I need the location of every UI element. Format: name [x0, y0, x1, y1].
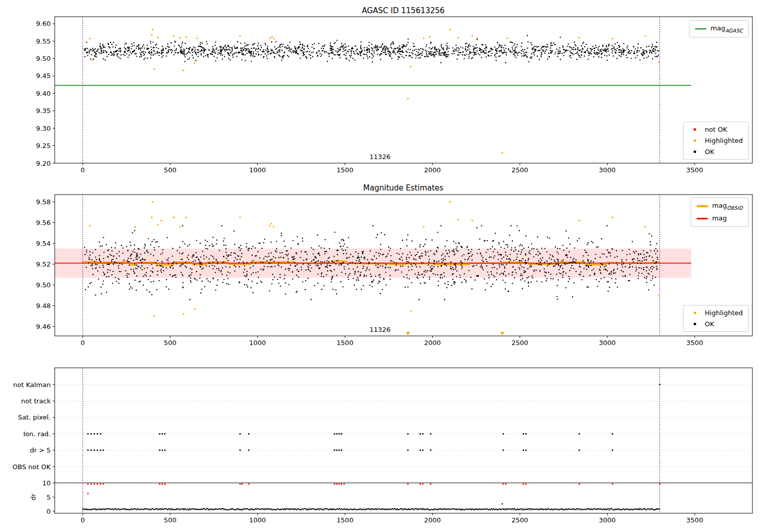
svg-text:9.30: 9.30	[36, 125, 51, 132]
svg-text:10: 10	[42, 479, 51, 487]
dr5-points	[87, 449, 613, 451]
svg-text:3500: 3500	[687, 166, 703, 174]
svg-text:1500: 1500	[336, 166, 353, 174]
svg-text:not track: not track	[21, 397, 51, 405]
legend-label: magAGASC	[711, 24, 743, 33]
svg-text:Ion. rad.: Ion. rad.	[23, 430, 51, 438]
plot1-line-legend: magAGASC	[689, 20, 749, 37]
svg-text:9.35: 9.35	[36, 107, 51, 115]
svg-text:0: 0	[81, 516, 85, 524]
legend-label: Highlighted	[705, 137, 743, 144]
plot1-title: AGASC ID 115613256	[362, 6, 444, 15]
x-axis-ticks: 0500100015002000250030003500	[81, 513, 703, 524]
svg-text:OBS not OK: OBS not OK	[13, 463, 51, 471]
svg-text:9.48: 9.48	[36, 302, 51, 310]
svg-text:2500: 2500	[511, 339, 528, 347]
mag-line-swatch	[697, 218, 708, 219]
svg-text:1000: 1000	[249, 339, 266, 347]
plot1-point-legend: not OK Highlighted OK	[683, 122, 749, 160]
svg-text:2000: 2000	[424, 166, 441, 174]
svg-text:3000: 3000	[599, 516, 616, 524]
dr-axis-label: dr	[29, 493, 37, 501]
plot2-offscale-triangles	[406, 332, 504, 335]
svg-text:2000: 2000	[424, 516, 441, 524]
plot1-ok-points	[84, 35, 660, 63]
svg-text:2500: 2500	[511, 166, 528, 174]
svg-text:3500: 3500	[687, 339, 703, 347]
svg-text:9.20: 9.20	[36, 160, 51, 167]
plot1-obsid-annotation: 11326	[369, 153, 390, 161]
legend-entry-mag: mag	[697, 214, 743, 223]
svg-text:9.46: 9.46	[36, 323, 51, 330]
highlighted-dot-icon	[694, 139, 696, 142]
dr-clipped-red-points	[87, 483, 661, 494]
svg-text:9.25: 9.25	[36, 142, 51, 149]
plot1-frame	[55, 17, 752, 163]
ion-rad-points	[87, 433, 613, 435]
legend-label: OK	[705, 320, 714, 328]
svg-text:3500: 3500	[687, 516, 703, 524]
figure-page: 05001000150020002500300035009.209.259.30…	[0, 0, 760, 532]
svg-text:1500: 1500	[336, 339, 353, 347]
legend-entry-not-ok: not OK	[689, 126, 743, 133]
plot3-frame	[55, 368, 752, 513]
legend-entry-mag-agasc: magAGASC	[695, 24, 743, 33]
svg-text:not Kalman: not Kalman	[13, 381, 51, 389]
svg-text:3000: 3000	[599, 166, 616, 174]
svg-text:5: 5	[47, 493, 51, 501]
y-axis-ticks: 9.209.259.309.359.409.459.509.559.60	[36, 20, 55, 167]
svg-text:0: 0	[47, 508, 51, 515]
plot2-obsid-annotation: 11326	[369, 326, 390, 333]
svg-text:500: 500	[164, 516, 176, 524]
svg-text:0: 0	[81, 339, 85, 347]
svg-text:500: 500	[164, 166, 176, 174]
mag-agasc-line-swatch	[695, 28, 706, 30]
plot2-line-legend: magOBSID mag	[691, 198, 749, 227]
plot2-point-legend: Highlighted OK	[683, 305, 749, 332]
highlighted-dot-icon	[694, 312, 696, 314]
svg-text:9.56: 9.56	[36, 219, 51, 226]
legend-entry-highlighted: Highlighted	[689, 309, 743, 317]
legend-label: mag	[712, 214, 727, 223]
svg-text:0: 0	[81, 166, 85, 174]
legend-entry-highlighted: Highlighted	[689, 137, 743, 144]
svg-text:500: 500	[164, 339, 176, 347]
svg-text:9.60: 9.60	[36, 20, 51, 27]
svg-text:1000: 1000	[249, 166, 266, 174]
svg-text:9.52: 9.52	[36, 260, 51, 268]
svg-text:9.50: 9.50	[36, 281, 51, 289]
x-axis-ticks: 0500100015002000250030003500	[81, 336, 703, 347]
svg-text:9.50: 9.50	[36, 55, 51, 62]
not-ok-dot-icon	[694, 128, 696, 131]
svg-text:1500: 1500	[336, 516, 353, 524]
legend-entry-ok: OK	[689, 148, 743, 156]
y-axis-ticks: 9.469.489.509.529.549.569.58	[36, 198, 55, 330]
plot2-title: Magnitude Estimates	[363, 183, 443, 193]
mag-obsid-line-swatch	[697, 205, 708, 207]
x-axis-ticks: 0500100015002000250030003500	[81, 163, 703, 174]
svg-text:9.58: 9.58	[36, 198, 51, 206]
legend-label: not OK	[705, 126, 727, 133]
svg-text:9.54: 9.54	[36, 240, 51, 247]
ok-dot-icon	[694, 150, 696, 153]
svg-text:2000: 2000	[424, 339, 441, 347]
svg-text:2500: 2500	[511, 516, 528, 524]
svg-text:dr > 5: dr > 5	[30, 446, 51, 454]
svg-text:9.40: 9.40	[36, 90, 51, 97]
obsid-range-vlines	[83, 368, 660, 513]
not-kalman-points	[659, 384, 661, 386]
svg-text:1000: 1000	[249, 516, 266, 524]
legend-label: OK	[705, 148, 714, 156]
figure-canvas: 05001000150020002500300035009.209.259.30…	[0, 0, 760, 532]
legend-entry-ok: OK	[689, 320, 743, 328]
flag-category-ticks: not Kalmannot trackSat. pixel.Ion. rad.d…	[13, 381, 55, 471]
obsid-range-vlines	[83, 17, 660, 163]
svg-text:3000: 3000	[599, 339, 616, 347]
dr-outlier-points	[502, 503, 503, 505]
legend-label: Highlighted	[705, 309, 743, 317]
svg-text:Sat. pixel.: Sat. pixel.	[18, 413, 51, 421]
dr-axis-ticks: 0510	[42, 479, 55, 515]
ok-dot-icon	[694, 323, 696, 325]
legend-label: magOBSID	[712, 202, 743, 211]
dr-baseline-points	[82, 508, 660, 511]
